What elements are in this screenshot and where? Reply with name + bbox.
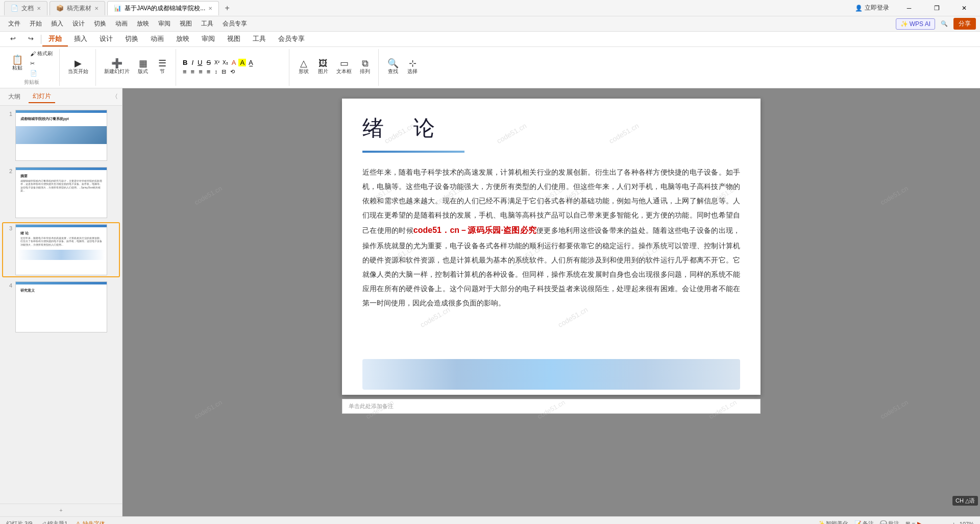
tab-document[interactable]: 📄 文档 ✕ [4,1,47,15]
ribbon-group-paste: 📋 粘贴 🖌 格式刷 ✂ 📄 剪贴板 [4,49,60,86]
zoom-out-button[interactable]: − [927,521,935,525]
maximize-button[interactable]: ❐ [925,0,948,16]
slide-3-decoration [18,250,105,260]
slide-item-3[interactable]: 3 绪 论 近些年来，随着电子科学技术的高速发展，计算机相关行业的发展创新。衍生… [2,222,120,277]
copy-button[interactable]: 📄 [28,69,55,78]
zoom-level-label: 107% [960,521,974,525]
shapes-group-buttons: △ 形状 🖼 图片 ▭ 文本框 ⧉ 排列 [295,49,374,85]
menu-insert[interactable]: 插入 [47,17,67,30]
new-slide-button[interactable]: ➕ 新建幻灯片 [101,54,133,80]
add-slide-footer[interactable]: + [0,504,122,516]
justify-icon: ≡ [205,68,212,76]
view-outline-button[interactable]: ≡ [912,521,915,525]
menu-review[interactable]: 审阅 [154,17,175,30]
ribbon-tab-design[interactable]: 设计 [93,32,119,46]
textbox-button[interactable]: ▭ 文本框 [333,54,355,80]
paste-group-buttons: 📋 粘贴 🖌 格式刷 ✂ 📄 [8,49,55,78]
cut-button[interactable]: ✂ [28,59,55,68]
search-button[interactable]: 🔍 [938,19,950,28]
title-bar: 📄 文档 ✕ 📦 稿壳素材 ✕ 📊 基于JAVA的成都锦城学院校... ✕ + … [0,0,980,16]
outline-tab[interactable]: 大纲 [4,91,24,103]
close-button[interactable]: ✕ [952,0,976,16]
subscript-icon: X₂ [222,60,229,65]
menu-tools[interactable]: 工具 [197,17,217,30]
ai-beautify-label[interactable]: ✨ 智能美化 [818,520,848,524]
slide-page[interactable]: code51.cn code51.cn code51.cn code51.cn … [342,99,761,395]
tab-close-2[interactable]: ✕ [94,6,99,11]
wps-ai-icon: ✨ [900,20,908,28]
tab-close[interactable]: ✕ [37,6,41,11]
main-area: 大纲 幻灯片 〈 1 成都锦城学院校内订餐系统ppt 2 [0,88,980,516]
notes-bar[interactable]: 单击此处添加备注 [342,399,761,414]
menu-view[interactable]: 视图 [176,17,196,30]
arrange-icon: ⧉ [362,59,369,68]
slide-item-2[interactable]: 2 摘要 成都锦城学院校内订餐系统的研究与设计，主要是针对学校学院的实际需求，这… [2,165,120,220]
theme-label: 🖌 锦主题1 [40,520,67,524]
ribbon-tab-animations[interactable]: 动画 [144,32,170,46]
tab-close-3[interactable]: ✕ [208,6,212,11]
slide-count: 幻灯片 3/9 [6,520,32,524]
slide-thumb-4: 研究意义 [15,281,107,332]
ppt-icon: 📊 [114,5,121,12]
menu-member[interactable]: 会员专享 [218,17,251,30]
tab-material[interactable]: 📦 稿壳素材 ✕ [50,1,105,15]
zoom-in-button[interactable]: + [950,521,957,525]
minimize-button[interactable]: ─ [897,0,921,16]
select-button[interactable]: ⊹ 选择 [403,54,422,80]
tab-ppt[interactable]: 📊 基于JAVA的成都锦城学院校... ✕ [107,1,219,15]
collapse-sidebar-button[interactable]: 〈 [112,92,118,101]
view-slideshow-button[interactable]: ▶ [917,520,921,524]
format-brush-button[interactable]: 🖌 格式刷 [28,49,55,58]
share-button[interactable]: 分享 [953,18,976,30]
ribbon-tab-transitions[interactable]: 切换 [119,32,144,46]
section-button[interactable]: ☰ 节 [153,54,172,80]
watermark-1: code51.cn [122,88,336,331]
comments-label[interactable]: 💬 批注 [880,520,899,524]
new-slide-group-buttons: ➕ 新建幻灯片 ▦ 版式 ☰ 节 [101,49,172,85]
ribbon-tab-insert[interactable]: 插入 [68,32,93,46]
missing-font-label[interactable]: ⚠ 缺失字体 [76,520,105,524]
slide-item-4[interactable]: 4 研究意义 [2,279,120,335]
ribbon-tab-tools[interactable]: 工具 [247,32,272,46]
play-button[interactable]: ▶ 当页开始 [65,54,91,80]
find-button[interactable]: 🔍 查找 [384,54,402,80]
input-method-badge[interactable]: CH △语 [952,496,978,506]
user-login-area[interactable]: 👤 立即登录 [851,4,893,12]
menu-slideshow[interactable]: 放映 [133,17,153,30]
picture-button[interactable]: 🖼 图片 [314,54,332,80]
ribbon-tab-home[interactable]: 开始 [42,32,68,46]
view-normal-button[interactable]: ⊞ [905,520,910,524]
slides-tab[interactable]: 幻灯片 [29,90,55,103]
menu-home[interactable]: 开始 [26,17,46,30]
ribbon-group-find: 🔍 查找 ⊹ 选择 [380,49,426,86]
menu-animations[interactable]: 动画 [111,17,132,30]
menu-transitions[interactable]: 切换 [90,17,110,30]
ribbon-tab-redo[interactable]: ↪ [22,33,40,45]
columns-icon: ⊟ [220,68,228,75]
add-slide-button[interactable]: + [3,507,119,513]
slide-title: 绪 论 [362,114,740,142]
theme-icon: 🖌 [40,521,46,525]
menu-design[interactable]: 设计 [68,17,89,30]
wps-ai-button[interactable]: ✨ WPS AI [896,18,935,30]
add-tab-button[interactable]: + [221,2,233,14]
ribbon-tab-view[interactable]: 视图 [221,32,247,46]
ribbon-tab-member[interactable]: 会员专享 [272,32,311,46]
slide-item-1[interactable]: 1 成都锦城学院校内订餐系统ppt [2,108,120,163]
ribbon-tab-review[interactable]: 审阅 [195,32,221,46]
notes-icon: 📝 [854,520,862,524]
menu-file[interactable]: 文件 [4,17,24,30]
play-group-buttons: ▶ 当页开始 [65,49,91,85]
slide-divider [362,151,464,153]
zoom-slider[interactable]: ▬▬ [937,521,948,525]
notes-label[interactable]: 📝 备注 [854,520,874,524]
ribbon-tab-slideshow[interactable]: 放映 [170,32,195,46]
paste-button[interactable]: 📋 粘贴 [8,50,27,77]
ribbon-content: 📋 粘贴 🖌 格式刷 ✂ 📄 剪贴板 [0,47,980,88]
shapes-button[interactable]: △ 形状 [295,54,313,80]
slide-thumb-1: 成都锦城学院校内订餐系统ppt [15,110,107,161]
arrange-button[interactable]: ⧉ 排列 [356,54,374,80]
ribbon-tab-undo[interactable]: ↩ [4,33,22,45]
ribbon-group-shapes: △ 形状 🖼 图片 ▭ 文本框 ⧉ 排列 [290,49,379,86]
layout-button[interactable]: ▦ 版式 [134,54,152,80]
